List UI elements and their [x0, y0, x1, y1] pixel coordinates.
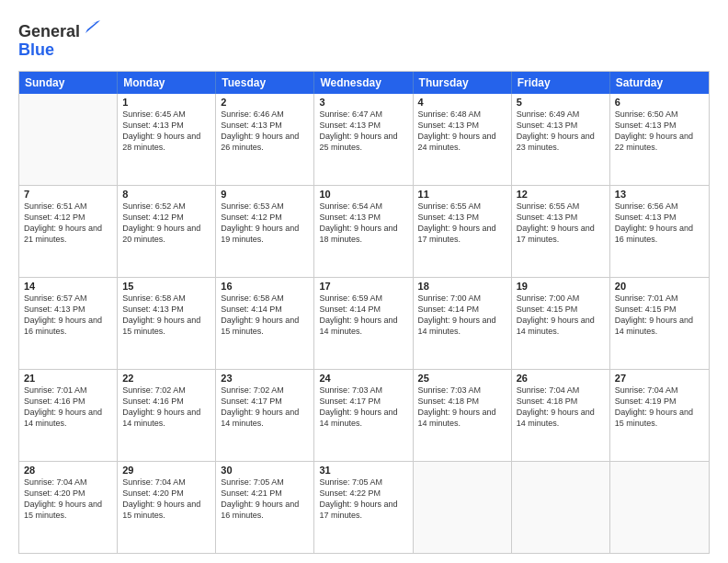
day-info: Sunrise: 7:01 AMSunset: 4:15 PMDaylight:…	[615, 293, 704, 338]
day-info: Sunrise: 6:54 AMSunset: 4:13 PMDaylight:…	[319, 201, 407, 246]
day-header-saturday: Saturday	[610, 72, 709, 94]
day-info: Sunrise: 6:59 AMSunset: 4:14 PMDaylight:…	[319, 293, 407, 338]
day-number: 7	[24, 189, 112, 200]
day-cell: 10Sunrise: 6:54 AMSunset: 4:13 PMDayligh…	[314, 186, 413, 277]
day-info: Sunrise: 7:00 AMSunset: 4:14 PMDaylight:…	[418, 293, 506, 338]
day-cell: 29Sunrise: 7:04 AMSunset: 4:20 PMDayligh…	[118, 462, 216, 553]
day-number: 3	[319, 97, 407, 108]
day-number: 10	[319, 189, 407, 200]
day-number: 20	[615, 281, 704, 292]
day-cell: 3Sunrise: 6:47 AMSunset: 4:13 PMDaylight…	[314, 94, 413, 185]
day-cell	[414, 462, 512, 553]
day-cell: 2Sunrise: 6:46 AMSunset: 4:13 PMDaylight…	[216, 94, 314, 185]
day-cell: 6Sunrise: 6:50 AMSunset: 4:13 PMDaylight…	[610, 94, 709, 185]
day-cell: 4Sunrise: 6:48 AMSunset: 4:13 PMDaylight…	[414, 94, 512, 185]
day-cell: 28Sunrise: 7:04 AMSunset: 4:20 PMDayligh…	[19, 462, 118, 553]
day-cell: 13Sunrise: 6:56 AMSunset: 4:13 PMDayligh…	[610, 186, 709, 277]
week-row-1: 1Sunrise: 6:45 AMSunset: 4:13 PMDaylight…	[19, 94, 709, 185]
day-number: 30	[221, 465, 309, 476]
day-headers: SundayMondayTuesdayWednesdayThursdayFrid…	[19, 72, 709, 94]
day-cell: 26Sunrise: 7:04 AMSunset: 4:18 PMDayligh…	[512, 370, 610, 461]
day-number: 26	[517, 373, 605, 384]
day-info: Sunrise: 6:58 AMSunset: 4:13 PMDaylight:…	[122, 293, 210, 338]
day-number: 29	[122, 465, 210, 476]
day-cell	[512, 462, 610, 553]
day-info: Sunrise: 6:53 AMSunset: 4:12 PMDaylight:…	[221, 201, 309, 246]
day-header-wednesday: Wednesday	[314, 72, 413, 94]
week-row-2: 7Sunrise: 6:51 AMSunset: 4:12 PMDaylight…	[19, 185, 709, 277]
day-number: 12	[517, 189, 605, 200]
day-cell: 30Sunrise: 7:05 AMSunset: 4:21 PMDayligh…	[216, 462, 314, 553]
day-info: Sunrise: 6:49 AMSunset: 4:13 PMDaylight:…	[517, 109, 605, 154]
day-number: 24	[319, 373, 407, 384]
day-cell: 5Sunrise: 6:49 AMSunset: 4:13 PMDaylight…	[512, 94, 610, 185]
day-header-sunday: Sunday	[19, 72, 118, 94]
day-number: 6	[615, 97, 704, 108]
day-number: 21	[24, 373, 112, 384]
day-number: 18	[418, 281, 506, 292]
day-number: 4	[418, 97, 506, 108]
svg-marker-0	[85, 20, 100, 33]
day-info: Sunrise: 7:02 AMSunset: 4:16 PMDaylight:…	[122, 385, 210, 430]
day-number: 22	[122, 373, 210, 384]
day-number: 13	[615, 189, 704, 200]
day-cell: 21Sunrise: 7:01 AMSunset: 4:16 PMDayligh…	[19, 370, 118, 461]
day-number: 31	[319, 465, 407, 476]
day-info: Sunrise: 6:51 AMSunset: 4:12 PMDaylight:…	[24, 201, 112, 246]
day-header-tuesday: Tuesday	[216, 72, 314, 94]
day-number: 1	[122, 97, 210, 108]
weeks: 1Sunrise: 6:45 AMSunset: 4:13 PMDaylight…	[19, 94, 709, 553]
day-info: Sunrise: 6:58 AMSunset: 4:14 PMDaylight:…	[221, 293, 309, 338]
day-info: Sunrise: 7:05 AMSunset: 4:21 PMDaylight:…	[221, 477, 309, 522]
day-info: Sunrise: 6:52 AMSunset: 4:12 PMDaylight:…	[122, 201, 210, 246]
day-info: Sunrise: 6:50 AMSunset: 4:13 PMDaylight:…	[615, 109, 704, 154]
day-cell: 11Sunrise: 6:55 AMSunset: 4:13 PMDayligh…	[414, 186, 512, 277]
logo-bird-icon	[82, 17, 102, 37]
day-cell: 23Sunrise: 7:02 AMSunset: 4:17 PMDayligh…	[216, 370, 314, 461]
week-row-4: 21Sunrise: 7:01 AMSunset: 4:16 PMDayligh…	[19, 369, 709, 461]
day-info: Sunrise: 6:55 AMSunset: 4:13 PMDaylight:…	[418, 201, 506, 246]
day-cell: 8Sunrise: 6:52 AMSunset: 4:12 PMDaylight…	[118, 186, 216, 277]
day-cell: 17Sunrise: 6:59 AMSunset: 4:14 PMDayligh…	[314, 278, 413, 369]
day-cell: 31Sunrise: 7:05 AMSunset: 4:22 PMDayligh…	[314, 462, 413, 553]
day-info: Sunrise: 7:04 AMSunset: 4:20 PMDaylight:…	[24, 477, 112, 522]
day-number: 14	[24, 281, 112, 292]
day-cell: 14Sunrise: 6:57 AMSunset: 4:13 PMDayligh…	[19, 278, 118, 369]
day-info: Sunrise: 7:03 AMSunset: 4:17 PMDaylight:…	[319, 385, 407, 430]
day-header-thursday: Thursday	[414, 72, 512, 94]
day-info: Sunrise: 6:48 AMSunset: 4:13 PMDaylight:…	[418, 109, 506, 154]
day-header-friday: Friday	[512, 72, 610, 94]
day-info: Sunrise: 7:05 AMSunset: 4:22 PMDaylight:…	[319, 477, 407, 522]
day-number: 19	[517, 281, 605, 292]
week-row-3: 14Sunrise: 6:57 AMSunset: 4:13 PMDayligh…	[19, 277, 709, 369]
day-number: 16	[221, 281, 309, 292]
day-info: Sunrise: 7:02 AMSunset: 4:17 PMDaylight:…	[221, 385, 309, 430]
day-number: 15	[122, 281, 210, 292]
day-cell: 7Sunrise: 6:51 AMSunset: 4:12 PMDaylight…	[19, 186, 118, 277]
day-info: Sunrise: 6:55 AMSunset: 4:13 PMDaylight:…	[517, 201, 605, 246]
day-cell: 18Sunrise: 7:00 AMSunset: 4:14 PMDayligh…	[414, 278, 512, 369]
day-number: 17	[319, 281, 407, 292]
day-cell: 24Sunrise: 7:03 AMSunset: 4:17 PMDayligh…	[314, 370, 413, 461]
day-number: 5	[517, 97, 605, 108]
week-row-5: 28Sunrise: 7:04 AMSunset: 4:20 PMDayligh…	[19, 461, 709, 553]
day-info: Sunrise: 7:03 AMSunset: 4:18 PMDaylight:…	[418, 385, 506, 430]
day-info: Sunrise: 7:00 AMSunset: 4:15 PMDaylight:…	[517, 293, 605, 338]
day-info: Sunrise: 7:04 AMSunset: 4:18 PMDaylight:…	[517, 385, 605, 430]
day-cell: 22Sunrise: 7:02 AMSunset: 4:16 PMDayligh…	[118, 370, 216, 461]
day-info: Sunrise: 6:57 AMSunset: 4:13 PMDaylight:…	[24, 293, 112, 338]
day-cell: 19Sunrise: 7:00 AMSunset: 4:15 PMDayligh…	[512, 278, 610, 369]
day-number: 25	[418, 373, 506, 384]
day-cell	[610, 462, 709, 553]
day-cell: 1Sunrise: 6:45 AMSunset: 4:13 PMDaylight…	[118, 94, 216, 185]
day-cell: 20Sunrise: 7:01 AMSunset: 4:15 PMDayligh…	[610, 278, 709, 369]
day-info: Sunrise: 7:04 AMSunset: 4:19 PMDaylight:…	[615, 385, 704, 430]
day-number: 28	[24, 465, 112, 476]
logo-blue: Blue	[18, 40, 54, 59]
day-number: 9	[221, 189, 309, 200]
day-cell: 9Sunrise: 6:53 AMSunset: 4:12 PMDaylight…	[216, 186, 314, 277]
day-number: 2	[221, 97, 309, 108]
day-cell	[19, 94, 118, 185]
logo: General Blue	[18, 17, 102, 60]
day-number: 23	[221, 373, 309, 384]
